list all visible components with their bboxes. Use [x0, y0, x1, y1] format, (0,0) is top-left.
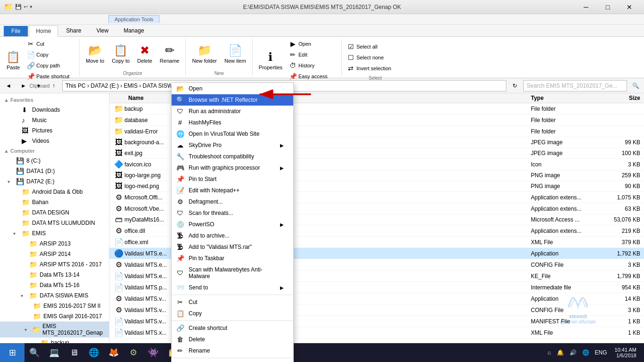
ctx-troubleshoot[interactable]: 🔧 Troubleshoot compatibility [172, 151, 293, 162]
sidebar-item-android[interactable]: 📁 Android Data & Obb [0, 187, 109, 197]
sidebar-item-disk-c[interactable]: 💾 8 (C:) [0, 156, 109, 166]
open-button[interactable]: ▶ Open [287, 39, 339, 49]
tab-file[interactable]: File [4, 26, 28, 36]
ribbon: 📋 Paste ✂ Cut 📄 Copy 🔗 Copy path 📌 [0, 37, 644, 78]
forward-button[interactable]: ► [17, 80, 30, 92]
select-none-button[interactable]: ☐ Select none [345, 52, 406, 63]
ctx-cut[interactable]: ✂ Cut [172, 296, 293, 308]
quick-access-icon2[interactable]: ↩ [24, 4, 28, 10]
maximize-button[interactable]: □ [597, 0, 619, 14]
copy-path-button[interactable]: 🔗 Copy path [25, 60, 76, 71]
sidebar-item-arsip2013[interactable]: 📁 ARSIP 2013 [0, 239, 109, 249]
sidebar-item-data-mts-1314[interactable]: 📁 Data MTs 13-14 [0, 270, 109, 280]
new-folder-button[interactable]: 📁 New folder [189, 40, 220, 67]
sidebar-item-pictures[interactable]: 🖼 Pictures [0, 125, 109, 136]
sidebar-item-arsip2014[interactable]: 📁 ARSIP 2014 [0, 249, 109, 259]
tab-share[interactable]: Share [59, 25, 88, 36]
sidebar-item-bahan[interactable]: 📁 Bahan [0, 197, 109, 207]
sidebar-section-favorites: ▲ Favorites [0, 95, 109, 105]
sidebar-item-videos[interactable]: ▶ Videos [0, 136, 109, 146]
sidebar-item-data2[interactable]: ▾ 💾 DATA2 (E:) [0, 176, 109, 187]
col-size-header[interactable]: Size [606, 95, 644, 101]
ctx-open[interactable]: 📂 Open [172, 83, 293, 94]
file-icon: 🔵 [113, 249, 124, 258]
ctx-copy[interactable]: 📋 Copy [172, 308, 293, 319]
invert-selection-button[interactable]: ⇄ Invert selection [345, 63, 406, 74]
sidebar-item-music[interactable]: ♪ Music [0, 115, 109, 125]
sidebar-item-data-design[interactable]: 📁 DATA DESIGN [0, 207, 109, 218]
ctx-defragment[interactable]: ⚙ Defragment... [172, 196, 293, 207]
close-button[interactable]: ✕ [619, 0, 640, 14]
select-all-icon: ☑ [347, 43, 355, 50]
sidebar-item-emis[interactable]: ▾ 📁 EMIS [0, 228, 109, 239]
history-button[interactable]: ⏱ History [287, 60, 339, 71]
tab-manage[interactable]: Manage [116, 25, 151, 36]
ctx-properties[interactable]: ℹ Properties [172, 360, 293, 362]
file-icon: 📄 [113, 272, 124, 280]
paste-button[interactable]: 📋 Paste [3, 47, 24, 74]
copy-button[interactable]: 📄 Copy [25, 49, 76, 60]
sidebar-item-downloads[interactable]: ⬇ Downloads [0, 105, 109, 115]
tab-home[interactable]: Home [29, 25, 58, 37]
sidebar-item-arsip-mts[interactable]: 📁 ARSIP MTS 2016 - 2017 [0, 259, 109, 270]
ctx-add-archive[interactable]: 🗜 Add to archive... [172, 230, 293, 241]
recent-locations-button[interactable]: ▾ [32, 80, 45, 92]
taskbar-icon-2[interactable]: 🌐 [84, 343, 104, 362]
ctx-delete[interactable]: 🗑 Delete [172, 334, 293, 345]
taskbar-icon-1[interactable]: 🖥 [64, 343, 84, 362]
new-item-button[interactable]: 📄 New item [221, 40, 249, 67]
minimize-button[interactable]: ─ [575, 0, 597, 14]
select-all-button[interactable]: ☑ Select all [345, 41, 406, 52]
ctx-rename[interactable]: ✏ Rename [172, 345, 293, 356]
back-button[interactable]: ◄ [2, 80, 15, 92]
ctx-send-to[interactable]: 📨 Send to ▶ [172, 282, 293, 293]
invert-label: Invert selection [356, 66, 391, 71]
sidebar-item-data1[interactable]: 💾 DATA1 (D:) [0, 166, 109, 176]
ctx-scan-threats[interactable]: 🛡 Scan for threats... [172, 207, 293, 219]
ctx-notepad[interactable]: 📝 Edit with Notepad++ [172, 185, 293, 196]
edit-button[interactable]: ✏ Edit [287, 49, 339, 60]
taskbar-icon-5[interactable]: 👾 [143, 343, 163, 362]
search-box[interactable]: Search EMIS MTS_20162017_Ge... [523, 80, 627, 91]
ctx-run-admin[interactable]: 🛡 Run as administrator [172, 106, 293, 117]
delete-button[interactable]: ✖ Delete [134, 40, 156, 67]
sidebar-item-emis-mts-genap[interactable]: ▾ 📁 EMIS MTS_20162017_Genap [0, 321, 109, 337]
ctx-malware[interactable]: 🛡 Scan with Malwarebytes Anti-Malware [172, 264, 293, 282]
sidebar-item-emis-2016-sm[interactable]: 📁 EMIS 2016-2017 SM II [0, 301, 109, 311]
ctx-create-shortcut[interactable]: 🔗 Create shortcut [172, 322, 293, 334]
taskbar-icon-search[interactable]: 🔍 [25, 343, 44, 362]
col-type-header[interactable]: Type [531, 95, 606, 101]
start-button[interactable]: ⊞ [0, 343, 25, 362]
sidebar-item-data-siswa[interactable]: ▾ 📁 DATA SISWA EMIS [0, 290, 109, 301]
ctx-pin-taskbar[interactable]: 📌 Pin to Taskbar [172, 253, 293, 264]
refresh-button[interactable]: ↻ [508, 80, 521, 92]
ctx-poweriso[interactable]: 💿 PowerISO ▶ [172, 219, 293, 230]
file-type: Application [531, 296, 606, 302]
tab-view[interactable]: View [89, 25, 116, 36]
taskbar-icon-4[interactable]: ⚙ [124, 343, 143, 362]
arsip2013-icon: 📁 [29, 240, 37, 247]
sidebar-item-emis-ganjil[interactable]: 📁 EMIS Ganjil 2016-2017 [0, 311, 109, 321]
ctx-pin-start[interactable]: 📌 Pin to Start [172, 173, 293, 185]
quick-access-dropdown[interactable]: ▾ [30, 4, 33, 10]
cut-button[interactable]: ✂ Cut [25, 39, 76, 49]
search-icon[interactable]: 🔍 [629, 80, 642, 92]
ctx-hashfiles[interactable]: # HashMyFiles [172, 117, 293, 128]
sidebar-item-data-mts-1516[interactable]: 📁 Data MTs 15-16 [0, 280, 109, 290]
sidebar-label-android: Android Data & Obb [32, 189, 83, 195]
ctx-browse-reflector[interactable]: 🔍 Browse with .NET Reflector [172, 94, 293, 106]
taskbar-icon-3[interactable]: 🦊 [104, 343, 124, 362]
ctx-run-gpu[interactable]: 🎮 Run with graphics processor ▶ [172, 162, 293, 173]
quick-access-icon1[interactable]: 💾 [15, 4, 22, 10]
properties-button[interactable]: ℹ Properties [256, 47, 286, 74]
open-small-btns: ▶ Open ✏ Edit ⏱ History 📌 Easy access [287, 39, 339, 82]
ctx-add-rar[interactable]: 🗜 Add to "Validasi MTS.rar" [172, 241, 293, 253]
ctx-virustotal[interactable]: 🌐 Open In VirusTotal Web Site [172, 128, 293, 140]
move-to-button[interactable]: 📂 Move to [83, 40, 107, 67]
taskbar-icon-cortana[interactable]: 💻 [44, 343, 64, 362]
copy-to-button[interactable]: 📋 Copy to [108, 40, 133, 67]
rename-button[interactable]: ✏ Rename [157, 40, 183, 67]
up-button[interactable]: ↑ [47, 80, 60, 92]
sidebar-item-data-mts[interactable]: 📁 DATA MTS ULUMUDDIN [0, 218, 109, 228]
ctx-skydrive[interactable]: ☁ SkyDrive Pro ▶ [172, 140, 293, 151]
